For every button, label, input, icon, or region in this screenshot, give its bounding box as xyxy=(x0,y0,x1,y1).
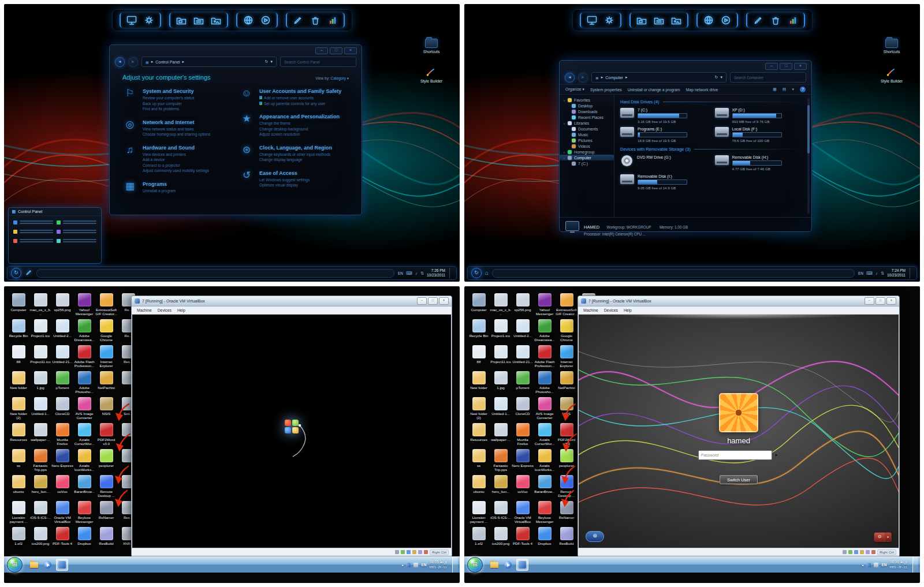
dock-trash-icon[interactable] xyxy=(770,14,781,26)
desktop-icon[interactable]: hero_lion... xyxy=(490,475,512,501)
maximize-button[interactable]: □ xyxy=(428,297,438,305)
media-player-taskbar-button[interactable] xyxy=(502,559,513,570)
clock[interactable]: 08:06 ق.ظ ٢٣/١٠/٢٠١١ xyxy=(889,560,907,569)
cp-category-icon[interactable]: ⚐ xyxy=(122,88,137,113)
desktop-icon[interactable]: Lionskin payment ... xyxy=(468,501,490,527)
clock[interactable]: 7:24 PM 10/23/2011 xyxy=(887,268,906,278)
start-orb[interactable]: ↻ xyxy=(11,268,21,278)
desktop-icon[interactable]: wallpaper-... xyxy=(490,423,512,449)
usb-status-icon[interactable] xyxy=(412,550,416,554)
desktop-icon[interactable]: Beyluxe Messenger xyxy=(73,501,95,527)
tray-volume-icon[interactable] xyxy=(413,563,418,567)
dock-monitor-icon[interactable] xyxy=(126,14,137,26)
view-by-value[interactable]: Category xyxy=(331,76,346,80)
menu-item[interactable]: Devices xyxy=(155,308,174,312)
breadcrumb[interactable]: Computer xyxy=(605,76,623,80)
desktop-icon[interactable]: BaranBrow... xyxy=(73,475,95,501)
list-view-icon[interactable]: ▤ xyxy=(783,87,787,92)
desktop-icon[interactable]: Oracle VM VirtualBox xyxy=(51,501,73,527)
minimize-button[interactable]: – xyxy=(765,63,778,70)
clock[interactable]: 7:26 PM 10/23/2011 xyxy=(427,268,445,278)
hdd-status-icon[interactable] xyxy=(395,550,399,554)
desktop-icon[interactable]: Untitled-2... xyxy=(51,319,73,345)
back-button[interactable]: ◄ xyxy=(565,73,575,83)
desktop-icon[interactable]: Dropbox xyxy=(534,527,556,553)
cp-link[interactable]: View network status and tasks xyxy=(143,127,210,131)
dock-pen-icon[interactable] xyxy=(292,14,304,26)
cp-link[interactable]: Adjust screen resolution xyxy=(259,132,340,136)
shutdown-button[interactable]: ⊙ ▸ xyxy=(874,532,892,542)
cp-category-title[interactable]: Appearance and Personalization xyxy=(259,114,340,119)
sidebar-item[interactable]: Favorites xyxy=(560,97,614,103)
cp-link[interactable]: Optimize visual display xyxy=(259,183,310,187)
sidebar-item[interactable]: Libraries xyxy=(560,120,614,126)
desktop-icon[interactable]: Adobe Flash Profession... xyxy=(534,345,556,371)
desktop-icon[interactable]: Recycle Bin xyxy=(8,319,29,345)
desktop-icon[interactable]: Adobe Photosho... xyxy=(534,371,556,397)
desktop-icon[interactable]: Project11.ico xyxy=(490,345,512,371)
breadcrumb-arrow-icon[interactable]: ▸ xyxy=(151,59,154,64)
desktop-icon[interactable]: pexplorer xyxy=(95,449,117,475)
desktop-icon[interactable]: iOS-5-ICS-... xyxy=(29,501,51,527)
desktop-icon[interactable]: ReNamer xyxy=(556,501,578,527)
desktop-icon[interactable]: 88 xyxy=(8,345,29,371)
desktop-icon[interactable]: Project1.ico xyxy=(29,319,51,345)
menu-item[interactable]: Help xyxy=(621,308,635,312)
tray-virtualbox-icon[interactable] xyxy=(866,563,871,567)
vbox-title-bar[interactable]: 7 [Running] - Oracle VM VirtualBox – □ × xyxy=(578,296,899,306)
desktop-icon[interactable]: Untitled-2... xyxy=(512,319,534,345)
clock[interactable]: 08:05 ق.ظ ٢٣/١٠/٢٠١١ xyxy=(429,560,447,569)
section-header[interactable]: Hard Disk Drives (4) xyxy=(620,99,804,104)
address-dropdown-icon[interactable]: ▾ xyxy=(270,59,273,64)
desktop-icon[interactable]: Computer xyxy=(468,293,490,319)
explorer-taskbar-button[interactable] xyxy=(489,559,500,570)
desktop-icon[interactable]: ReNamer xyxy=(95,501,117,527)
scrollbar[interactable] xyxy=(807,98,810,214)
hidden-icons-button[interactable]: ▴ xyxy=(862,563,863,567)
section-header[interactable]: Devices with Removable Storage (3) xyxy=(620,147,804,152)
desktop-icon[interactable]: ResBuild xyxy=(95,527,117,553)
volume-icon[interactable]: ♪ xyxy=(415,271,418,276)
forward-button[interactable]: ► xyxy=(128,57,138,67)
shutdown-options-icon[interactable]: ▸ xyxy=(885,533,891,541)
toolbar-button[interactable]: Map network drive xyxy=(686,88,718,92)
desktop-icon[interactable]: Axialis CursorWor... xyxy=(73,423,95,449)
desktop-icon[interactable]: Computer xyxy=(8,293,29,319)
desktop-icon[interactable]: 1.jpg xyxy=(29,371,51,397)
help-icon[interactable]: ? xyxy=(800,87,806,92)
forward-button[interactable]: ► xyxy=(578,73,588,83)
desktop-icon[interactable]: Axialis IconWorks... xyxy=(534,449,556,475)
user-avatar[interactable] xyxy=(719,393,758,432)
network-status-icon[interactable] xyxy=(854,550,858,554)
keyboard-icon[interactable]: ⌨ xyxy=(406,271,412,276)
desktop-icon[interactable]: EximiousSoft GIF Creator... xyxy=(95,293,117,319)
desktop-icon-shortcuts[interactable]: Shortcuts xyxy=(413,39,449,54)
tray-virtualbox-icon[interactable] xyxy=(406,563,411,567)
address-bar[interactable]: ▣ ▸ Computer ▸ ↻ ▾ xyxy=(591,72,726,83)
cp-link[interactable]: Choose homegroup and sharing options xyxy=(143,132,210,136)
taskbar-strip[interactable] xyxy=(492,269,855,278)
cp-category-icon[interactable]: ⊛ xyxy=(239,145,254,163)
cp-category-icon[interactable]: ▦ xyxy=(122,181,137,195)
dock-gear-icon[interactable] xyxy=(603,14,615,26)
network-status-icon[interactable] xyxy=(407,550,411,554)
display-status-icon[interactable] xyxy=(871,550,875,554)
drive-item[interactable]: 7 (C:) 3.16 GB free of 19.5 GB xyxy=(620,108,710,124)
cp-link[interactable]: Review your computer's status xyxy=(143,96,195,100)
volume-icon[interactable]: ♪ xyxy=(875,271,878,276)
menu-item[interactable]: Machine xyxy=(134,308,155,312)
desktop-icon[interactable]: Remote Desktop ... xyxy=(95,475,117,501)
desktop-icon[interactable]: PDF-Tools 4 xyxy=(51,527,73,553)
cp-category-icon[interactable]: ☺ xyxy=(239,88,254,107)
desktop-icon[interactable]: AVS Image Converter xyxy=(73,397,95,423)
sidebar-item[interactable]: Downloads xyxy=(560,109,614,114)
vm-screen-boot[interactable] xyxy=(132,315,451,548)
dock-internet-explorer-icon[interactable] xyxy=(243,14,254,26)
sidebar-item[interactable]: Recent Places xyxy=(560,114,614,120)
desktop-icon[interactable]: iOS-5-ICS-... xyxy=(490,501,512,527)
desktop-icon[interactable]: Axialis CursorWor... xyxy=(534,423,556,449)
cp-category-icon[interactable]: ◎ xyxy=(122,119,137,138)
minimize-button[interactable]: – xyxy=(417,297,427,305)
dock-monitor-icon[interactable] xyxy=(586,14,598,26)
desktop-icon[interactable]: New folder xyxy=(468,371,490,397)
